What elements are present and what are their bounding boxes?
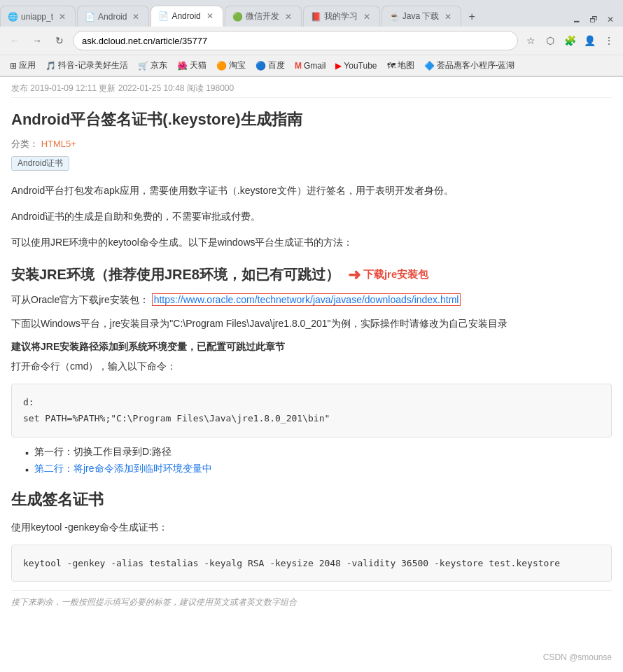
bullet-item-1-text: 第一行：切换工作目录到D:路径 bbox=[34, 446, 172, 458]
category-label: 分类： bbox=[11, 139, 38, 149]
address-input[interactable] bbox=[73, 31, 518, 50]
arrow-icon: ➜ bbox=[348, 266, 360, 284]
tab-icon-weixin: 🟢 bbox=[232, 12, 242, 22]
oracle-download-link[interactable]: https://www.oracle.com/technetwork/java/… bbox=[152, 293, 461, 306]
douyin-icon: 🎵 bbox=[46, 61, 56, 71]
tab-close-java[interactable]: ✕ bbox=[442, 11, 454, 22]
bookmark-douyin[interactable]: 🎵 抖音-记录美好生活 bbox=[41, 57, 132, 74]
article-meta-text: 发布 2019-01-09 12:11 更新 2022-01-25 10:48 … bbox=[11, 83, 234, 93]
footer-watermark: CSDN @smounse bbox=[543, 652, 612, 662]
tab-close-android2[interactable]: ✕ bbox=[204, 10, 216, 22]
new-tab-button[interactable]: + bbox=[463, 7, 480, 27]
bookmark-apps-label: 应用 bbox=[19, 59, 36, 71]
bookmark-taobao-label: 淘宝 bbox=[229, 59, 246, 71]
bookmark-star-icon[interactable]: ☆ bbox=[522, 32, 539, 49]
profile-icon[interactable]: 👤 bbox=[581, 32, 598, 49]
menu-icon[interactable]: ⋮ bbox=[601, 32, 617, 49]
paragraph-2: Android证书的生成是自助和免费的，不需要审批或付费。 bbox=[11, 208, 612, 225]
jd-icon: 🛒 bbox=[138, 61, 148, 71]
paragraph-1: Android平台打包发布apk应用，需要使用数字证书（.keystore文件）… bbox=[11, 182, 612, 200]
tab-java[interactable]: ☕ Java 下载 ✕ bbox=[382, 6, 462, 27]
article-meta: 发布 2019-01-09 12:11 更新 2022-01-25 10:48 … bbox=[11, 77, 612, 98]
path-note: 下面以Windows平台，jre安装目录为"C:\Program Files\J… bbox=[11, 315, 612, 332]
oracle-link-line: 可从Oracle官方下载jre安装包： https://www.oracle.c… bbox=[11, 291, 612, 309]
huipin-icon: 🔷 bbox=[424, 61, 435, 71]
tab-learning[interactable]: 📕 我的学习 ✕ bbox=[303, 6, 380, 27]
tab-icon-uniapp: 🌐 bbox=[8, 12, 18, 22]
page-footer: CSDN @smounse bbox=[0, 647, 623, 665]
bookmark-youtube-label: YouTube bbox=[344, 61, 377, 71]
restore-button[interactable]: 🗗 bbox=[587, 13, 601, 27]
tab-label-android2: Android bbox=[172, 11, 200, 21]
code-block-2-content: keytool -genkey -alias testalias -keyalg… bbox=[23, 555, 600, 571]
code-block-1-content: d: set PATH=%PATH%;"C:\Program Files\Jav… bbox=[23, 394, 600, 427]
reload-button[interactable]: ↻ bbox=[50, 31, 69, 50]
tab-close-uniapp[interactable]: ✕ bbox=[57, 11, 68, 22]
section2-heading: 生成签名证书 bbox=[11, 489, 612, 510]
back-button[interactable]: ← bbox=[6, 31, 24, 50]
apps-icon: ⊞ bbox=[10, 61, 17, 71]
extension-icon[interactable]: 🧩 bbox=[561, 32, 578, 49]
bookmark-map-label: 地图 bbox=[398, 59, 414, 71]
tab-label-java: Java 下载 bbox=[402, 10, 440, 22]
tab-label-uniapp: uniapp_t bbox=[21, 12, 53, 22]
bullet-item-2-link[interactable]: 第二行：将jre命令添加到临时环境变量中 bbox=[34, 463, 212, 475]
tab-icon-learning: 📕 bbox=[311, 12, 321, 22]
bullet-item-2: 第二行：将jre命令添加到临时环境变量中 bbox=[25, 463, 612, 475]
browser-chrome: 🌐 uniapp_t ✕ 📄 Android ✕ 📄 Android ✕ 🟢 微… bbox=[0, 0, 623, 77]
close-button[interactable]: ✕ bbox=[603, 13, 617, 27]
youtube-icon: ▶ bbox=[335, 61, 342, 71]
tab-label-learning: 我的学习 bbox=[324, 10, 358, 22]
bookmark-apps[interactable]: ⊞ 应用 bbox=[6, 57, 40, 74]
section1-heading-text: 安装JRE环境（推荐使用JRE8环境，如已有可跳过） bbox=[11, 265, 340, 284]
bookmark-taobao[interactable]: 🟠 淘宝 bbox=[212, 57, 250, 74]
bookmark-map[interactable]: 🗺 地图 bbox=[383, 57, 419, 74]
bookmark-jd[interactable]: 🛒 京东 bbox=[134, 57, 172, 74]
cast-icon[interactable]: ⬡ bbox=[542, 32, 559, 49]
tab-bar: 🌐 uniapp_t ✕ 📄 Android ✕ 📄 Android ✕ 🟢 微… bbox=[0, 0, 623, 27]
tab-close-android1[interactable]: ✕ bbox=[130, 11, 141, 22]
page-content: 发布 2019-01-09 12:11 更新 2022-01-25 10:48 … bbox=[0, 77, 623, 647]
bookmarks-bar: ⊞ 应用 🎵 抖音-记录美好生活 🛒 京东 🌺 天猫 🟠 淘宝 🔵 百度 M G… bbox=[0, 55, 623, 76]
link-prefix-text: 可从Oracle官方下载jre安装包： bbox=[11, 294, 149, 305]
bookmark-tianmao[interactable]: 🌺 天猫 bbox=[173, 57, 211, 74]
bookmark-gmail-label: Gmail bbox=[304, 61, 326, 71]
section3-partial: 接下来剩余，一般按照提示填写必要的标签，建议使用英文或者英文数字组合 bbox=[11, 590, 612, 610]
category-line: 分类： HTML5+ bbox=[11, 138, 612, 150]
article-title: Android平台签名证书(.keystore)生成指南 bbox=[11, 109, 612, 131]
address-actions: ☆ ⬡ 🧩 👤 ⋮ bbox=[522, 32, 617, 49]
tab-close-weixin[interactable]: ✕ bbox=[283, 11, 294, 22]
map-icon: 🗺 bbox=[387, 61, 396, 71]
tag-container: Android证书 bbox=[11, 156, 612, 182]
window-controls: 🗕 🗗 ✕ bbox=[564, 13, 623, 27]
section1-heading-container: 安装JRE环境（推荐使用JRE8环境，如已有可跳过） ➜ 下载jre安装包 bbox=[11, 265, 612, 284]
bullet-list: 第一行：切换工作目录到D:路径 第二行：将jre命令添加到临时环境变量中 bbox=[25, 446, 612, 475]
tab-uniapp[interactable]: 🌐 uniapp_t ✕ bbox=[0, 6, 76, 27]
tab-android1[interactable]: 📄 Android ✕ bbox=[77, 6, 149, 27]
bookmark-gmail[interactable]: M Gmail bbox=[290, 59, 330, 73]
code-block-2: keytool -genkey -alias testalias -keyalg… bbox=[11, 545, 612, 582]
forward-button[interactable]: → bbox=[28, 31, 46, 50]
bookmark-jd-label: 京东 bbox=[150, 59, 167, 71]
paragraph-3: 可以使用JRE环境中的keytool命令生成。以下是windows平台生成证书的… bbox=[11, 234, 612, 251]
bullet-item-1: 第一行：切换工作目录到D:路径 bbox=[25, 446, 612, 458]
address-bar: ← → ↻ ☆ ⬡ 🧩 👤 ⋮ bbox=[0, 27, 623, 55]
tab-label-weixin: 微信开发 bbox=[246, 10, 279, 22]
bookmark-youtube[interactable]: ▶ YouTube bbox=[331, 59, 381, 73]
tab-icon-java: ☕ bbox=[389, 12, 399, 22]
category-link[interactable]: HTML5+ bbox=[41, 139, 76, 149]
download-annotation: ➜ 下载jre安装包 bbox=[348, 266, 428, 284]
bookmark-huipin-label: 荟品惠客小程序-蓝湖 bbox=[437, 59, 515, 71]
bookmark-huipin[interactable]: 🔷 荟品惠客小程序-蓝湖 bbox=[420, 57, 519, 74]
tab-label-android1: Android bbox=[98, 12, 127, 22]
minimize-button[interactable]: 🗕 bbox=[570, 13, 584, 27]
tab-android2[interactable]: 📄 Android ✕ bbox=[150, 6, 223, 27]
tab-close-learning[interactable]: ✕ bbox=[361, 11, 372, 22]
bookmark-baidu[interactable]: 🔵 百度 bbox=[251, 57, 289, 74]
android-cert-tag[interactable]: Android证书 bbox=[11, 156, 69, 171]
tab-icon-android1: 📄 bbox=[85, 12, 94, 22]
tianmao-icon: 🌺 bbox=[177, 61, 188, 71]
bookmark-douyin-label: 抖音-记录美好生活 bbox=[58, 59, 128, 71]
tab-weixin[interactable]: 🟢 微信开发 ✕ bbox=[225, 6, 302, 27]
bookmark-tianmao-label: 天猫 bbox=[190, 59, 206, 71]
